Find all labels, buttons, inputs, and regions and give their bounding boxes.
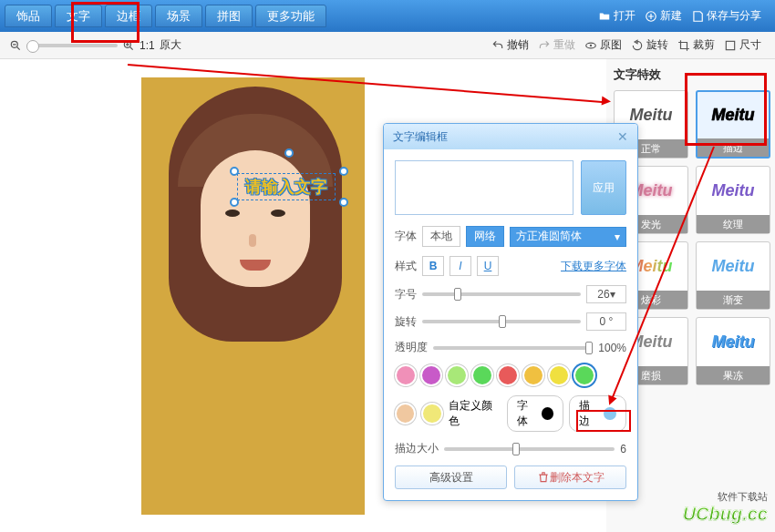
- watermark: 软件下载站 UCbug.cc: [683, 490, 768, 525]
- custom-color-label: 自定义颜色: [449, 398, 501, 429]
- bold-button[interactable]: B: [422, 256, 444, 276]
- rotate-label: 旋转: [395, 314, 417, 330]
- stroke-size-value: 6: [620, 443, 626, 455]
- color-swatch[interactable]: [471, 364, 493, 386]
- stroke-size-slider[interactable]: [444, 447, 615, 451]
- stroke-size-label: 描边大小: [395, 441, 439, 456]
- dialog-header[interactable]: 文字编辑框 ✕: [384, 124, 637, 149]
- zoom-ratio: 1:1: [140, 39, 155, 52]
- redo-icon: [538, 39, 551, 52]
- effect-preview: Meitu: [712, 92, 755, 138]
- tab-collage[interactable]: 拼图: [205, 5, 253, 27]
- open-button[interactable]: 打开: [598, 8, 636, 24]
- color-swatch[interactable]: [395, 364, 417, 386]
- font-source-network[interactable]: 网络: [466, 226, 504, 247]
- resize-handle-tl[interactable]: [230, 167, 239, 176]
- effect-preview: Meitu: [712, 167, 755, 215]
- font-name: 方正准圆简体: [516, 229, 582, 244]
- open-label: 打开: [614, 8, 636, 24]
- color-swatch[interactable]: [497, 364, 519, 386]
- color-swatch[interactable]: [522, 364, 544, 386]
- crop-label: 裁剪: [693, 37, 715, 53]
- rotate-label: 旋转: [646, 37, 668, 53]
- undo-icon: [491, 39, 504, 52]
- svg-rect-5: [726, 41, 734, 49]
- close-icon[interactable]: ✕: [617, 129, 628, 144]
- svg-point-4: [590, 44, 592, 46]
- resize-handle-br[interactable]: [339, 198, 348, 207]
- delete-text-button[interactable]: 删除本文字: [514, 466, 626, 489]
- stroke-color-pill[interactable]: 描边: [569, 395, 626, 432]
- text-edit-dialog[interactable]: 文字编辑框 ✕ 应用 字体 本地 网络 方正准圆简体▾ 样式 B I U 下载更…: [383, 123, 638, 501]
- resize-handle-tr[interactable]: [339, 167, 348, 176]
- color-swatch[interactable]: [446, 364, 468, 386]
- crop-button[interactable]: 裁剪: [673, 37, 719, 53]
- size-slider[interactable]: [422, 292, 581, 296]
- italic-button[interactable]: I: [450, 256, 471, 276]
- effect-label: 渐变: [697, 291, 770, 309]
- tab-scene[interactable]: 场景: [155, 5, 202, 27]
- underline-button[interactable]: U: [477, 256, 499, 276]
- watermark-line1: 软件下载站: [683, 490, 768, 504]
- rotate-handle[interactable]: [284, 148, 294, 158]
- zoom-in-icon[interactable]: [122, 39, 135, 52]
- undo-label: 撤销: [507, 37, 529, 53]
- original-label: 原图: [600, 37, 622, 53]
- crop-icon: [677, 39, 690, 52]
- folder-icon: [598, 10, 611, 23]
- color-swatch[interactable]: [421, 403, 442, 425]
- zoom-slider[interactable]: [26, 44, 118, 47]
- delete-label: 删除本文字: [550, 470, 604, 486]
- tab-more[interactable]: 更多功能: [255, 5, 326, 27]
- size-label: 尺寸: [739, 37, 761, 53]
- opacity-label: 透明度: [395, 340, 428, 355]
- resize-handle-bl[interactable]: [230, 198, 239, 207]
- more-fonts-link[interactable]: 下载更多字体: [561, 259, 626, 274]
- undo-button[interactable]: 撤销: [487, 37, 533, 53]
- effect-stroke[interactable]: Meitu描边: [696, 90, 770, 159]
- zoom-out-icon[interactable]: [9, 39, 22, 52]
- effect-texture[interactable]: Meitu纹理: [696, 166, 770, 234]
- tab-text[interactable]: 文字: [55, 5, 102, 27]
- text-placeholder[interactable]: 请输入文字: [237, 173, 336, 200]
- opacity-value: 100%: [598, 342, 626, 354]
- style-label: 样式: [395, 259, 417, 274]
- rotate-value[interactable]: 0 °: [586, 312, 626, 331]
- font-source-local[interactable]: 本地: [422, 226, 460, 247]
- effect-label: 纹理: [697, 215, 770, 233]
- redo-button[interactable]: 重做: [533, 37, 580, 53]
- rotate-slider[interactable]: [422, 320, 581, 323]
- effect-preview: Meitu: [712, 318, 755, 366]
- tab-ornament[interactable]: 饰品: [5, 5, 52, 27]
- effects-title: 文字特效: [614, 66, 768, 83]
- dialog-title: 文字编辑框: [393, 129, 448, 145]
- eye-icon: [584, 39, 597, 52]
- apply-button[interactable]: 应用: [581, 160, 626, 215]
- color-swatch[interactable]: [395, 403, 416, 425]
- font-label: 字体: [395, 229, 417, 244]
- plus-circle-icon: [645, 10, 657, 23]
- fill-color-pill[interactable]: 字体: [507, 395, 564, 432]
- size-button[interactable]: 尺寸: [719, 37, 766, 53]
- advanced-button[interactable]: 高级设置: [395, 466, 507, 489]
- color-swatch[interactable]: [420, 364, 442, 386]
- tab-frame[interactable]: 边框: [105, 5, 152, 27]
- original-button[interactable]: 原图: [580, 37, 626, 53]
- rotate-button[interactable]: 旋转: [626, 37, 673, 53]
- color-swatch[interactable]: [548, 364, 570, 386]
- effect-jelly[interactable]: Meitu果冻: [696, 317, 770, 385]
- text-input[interactable]: [395, 160, 574, 215]
- effect-label: 描边: [698, 138, 769, 157]
- redo-label: 重做: [553, 37, 575, 53]
- save-share-button[interactable]: 保存与分享: [691, 8, 761, 24]
- font-select[interactable]: 方正准圆简体▾: [510, 227, 626, 247]
- chevron-down-icon: ▾: [615, 230, 620, 243]
- size-value[interactable]: 26 ▾: [586, 285, 626, 303]
- color-swatch[interactable]: [574, 364, 595, 386]
- opacity-slider[interactable]: [433, 346, 593, 350]
- effect-gradient[interactable]: Meitu渐变: [696, 241, 770, 310]
- photo: [141, 77, 365, 515]
- new-button[interactable]: 新建: [645, 8, 682, 24]
- size-icon: [724, 39, 737, 52]
- zoom-label: 原大: [160, 37, 181, 53]
